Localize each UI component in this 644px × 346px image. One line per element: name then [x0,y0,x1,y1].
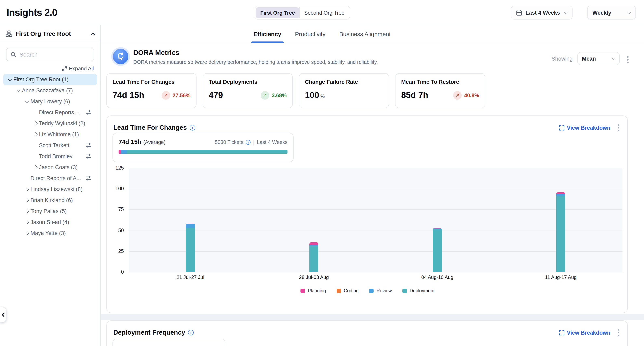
phase-segment-planning [118,150,121,154]
view-breakdown-link[interactable]: View Breakdown [559,329,610,336]
lead-time-menu-button[interactable] [616,122,621,133]
tree-item-label: Jason Stead (4) [30,219,69,225]
x-tick-label: 11 Aug-17 Aug [499,274,622,280]
collapse-section-icon[interactable] [91,32,96,37]
legend-label: Coding [344,288,358,293]
insights-app: Insights 2.0 First Org Tree Second Org T… [0,0,644,346]
tree-chevron-icon[interactable] [32,122,39,125]
info-icon[interactable]: i [188,330,194,335]
trend-delta: 40.8% [464,92,479,98]
tree-item[interactable]: Mary Lowery (6) [3,96,97,107]
tab[interactable]: Efficiency [254,25,281,43]
info-icon[interactable]: i [246,140,250,145]
chevron-down-icon [564,10,568,14]
y-tick-label: 0 [107,269,124,275]
x-tick-label: 28 Jul-03 Aug [252,274,376,280]
tree-chevron-icon[interactable] [24,221,30,224]
metric-title: Change Failure Rate [305,79,383,85]
sidebar-collapse-handle[interactable] [0,307,6,322]
summary-range: Last 4 Weeks [257,139,288,145]
tree-item[interactable]: Lindsay Liszewski (8) [3,184,97,195]
dora-cycle-icon [113,49,128,64]
x-axis: 21 Jul-27 Jul28 Jul-03 Aug04 Aug-10 Aug1… [129,274,622,282]
tab[interactable]: Productivity [295,25,326,43]
tree-chevron-icon[interactable] [24,188,30,191]
expand-all-button[interactable]: Expand All [6,65,94,72]
tree-item[interactable]: Direct Reports of A... [3,173,97,184]
tree-item[interactable]: Jason Coats (3) [3,162,97,173]
tree-item[interactable]: Brian Kirkland (6) [3,195,97,206]
tree-chevron-icon[interactable] [24,100,30,102]
granularity-select[interactable]: Weekly [587,6,636,20]
metric-title: Mean Time To Restore [401,79,479,85]
bar-segment-deployment [186,228,195,272]
legend-item-coding[interactable]: Coding [336,288,358,293]
bar-segment-review [556,194,565,196]
tree-item[interactable]: Tony Pallas (5) [3,206,97,217]
tree-chevron-icon[interactable] [24,232,30,235]
search-input[interactable] [20,51,84,58]
showing-label: Showing [552,56,572,62]
legend-label: Review [376,288,392,293]
tree-item[interactable]: Jason Stead (4) [3,217,97,228]
legend-item-deployment[interactable]: Deployment [402,288,435,293]
lead-time-title: Lead Time For Changes [113,124,187,131]
tree-item[interactable]: Todd Bromley [3,151,97,162]
stacked-bar [186,223,195,272]
legend-item-planning[interactable]: Planning [300,288,326,293]
legend-swatch [336,288,341,293]
filters-icon[interactable] [86,154,91,159]
tree-item[interactable]: Scott Tarkett [3,140,97,151]
tree-chevron-icon[interactable] [32,133,39,136]
trend-delta: 27.56% [172,92,190,98]
tree-chevron-icon[interactable] [15,89,22,91]
date-range-select[interactable]: Last 4 Weeks [511,6,572,20]
plot-area [129,168,622,272]
tree-item-label: Tony Pallas (5) [30,208,67,214]
tree-chevron-icon[interactable] [24,199,30,202]
legend-item-review[interactable]: Review [369,288,392,293]
org-tree-toggle-option[interactable]: First Org Tree [256,7,300,18]
legend-swatch [402,288,407,293]
metric-card: Total Deployments 479 ↗ 3.68% [202,73,293,108]
tree-chevron-icon[interactable] [32,166,39,169]
filters-icon[interactable] [86,143,91,148]
filters-icon[interactable] [86,110,91,115]
tree-item[interactable]: First Org Tree Root (1) [3,74,97,85]
bar-segment-review [186,224,195,228]
tree-item[interactable]: Direct Reports ... [3,107,97,118]
dora-menu-button[interactable] [625,55,630,65]
phase-segment-deployment [127,150,288,154]
legend-label: Planning [308,288,326,293]
tree-item[interactable]: Maya Yette (3) [3,228,97,239]
bar-segment-planning [556,192,565,194]
view-breakdown-link[interactable]: View Breakdown [559,125,610,131]
tree-item[interactable]: Teddy Wylupski (2) [3,118,97,129]
chevron-left-icon [2,313,6,317]
tree-item-label: Direct Reports ... [39,109,80,115]
granularity-value: Weekly [592,10,611,16]
phase-segment-review [121,150,127,154]
org-tree-toggle-option[interactable]: Second Org Tree [300,7,349,18]
aggregation-select[interactable]: Mean [578,52,620,65]
bar-group [252,168,376,272]
bar-segment-deployment [433,229,442,272]
sidebar-title: First Org Tree Root [16,30,88,37]
tree-item-label: Scott Tarkett [39,142,70,148]
metric-title: Total Deployments [209,79,287,85]
top-bar: Insights 2.0 First Org Tree Second Org T… [0,0,644,25]
tree-item[interactable]: Anna Scozzafava (7) [3,85,97,96]
metric-cards: Lead Time For Changes 74d 15h ↗ 27.56% T… [106,73,485,108]
filters-icon[interactable] [86,176,91,181]
info-icon[interactable]: i [190,125,195,130]
tab[interactable]: Business Alignment [339,25,390,43]
showing-control: Showing Mean [552,52,620,65]
tree-chevron-icon[interactable] [6,78,14,81]
tree-chevron-icon[interactable] [24,210,30,213]
search-icon [10,52,16,57]
deployment-menu-button[interactable] [616,327,621,338]
tree-item[interactable]: Liz Whittome (1) [3,129,97,140]
legend-label: Deployment [410,288,435,293]
bar-segment-deployment [556,196,565,272]
metric-card: Lead Time For Changes 74d 15h ↗ 27.56% [106,73,196,108]
